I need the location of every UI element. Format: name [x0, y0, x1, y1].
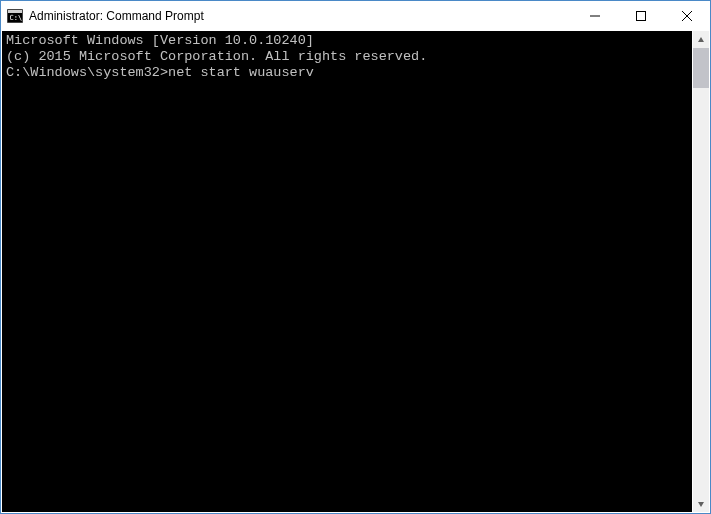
window-title: Administrator: Command Prompt [29, 9, 572, 23]
scroll-track[interactable] [693, 48, 709, 495]
titlebar[interactable]: C:\ Administrator: Command Prompt [1, 1, 710, 31]
cmd-icon: C:\ [7, 9, 23, 23]
content-area: Microsoft Windows [Version 10.0.10240](c… [1, 31, 710, 513]
prompt-line: C:\Windows\system32>net start wuauserv [6, 65, 688, 81]
copyright-line: (c) 2015 Microsoft Corporation. All righ… [6, 49, 688, 65]
window-controls [572, 1, 710, 31]
svg-text:C:\: C:\ [10, 14, 23, 22]
minimize-button[interactable] [572, 1, 618, 31]
close-button[interactable] [664, 1, 710, 31]
maximize-button[interactable] [618, 1, 664, 31]
terminal-output[interactable]: Microsoft Windows [Version 10.0.10240](c… [2, 31, 692, 512]
scroll-thumb[interactable] [693, 48, 709, 88]
scroll-up-button[interactable] [693, 31, 709, 48]
scroll-down-button[interactable] [693, 495, 709, 512]
svg-rect-4 [637, 12, 646, 21]
svg-rect-1 [8, 10, 22, 13]
svg-marker-8 [698, 502, 704, 507]
command-text: net start wuauserv [168, 65, 314, 81]
version-line: Microsoft Windows [Version 10.0.10240] [6, 33, 688, 49]
svg-marker-7 [698, 37, 704, 42]
vertical-scrollbar[interactable] [692, 31, 709, 512]
prompt-text: C:\Windows\system32> [6, 65, 168, 81]
command-prompt-window: C:\ Administrator: Command Prompt Micros… [0, 0, 711, 514]
